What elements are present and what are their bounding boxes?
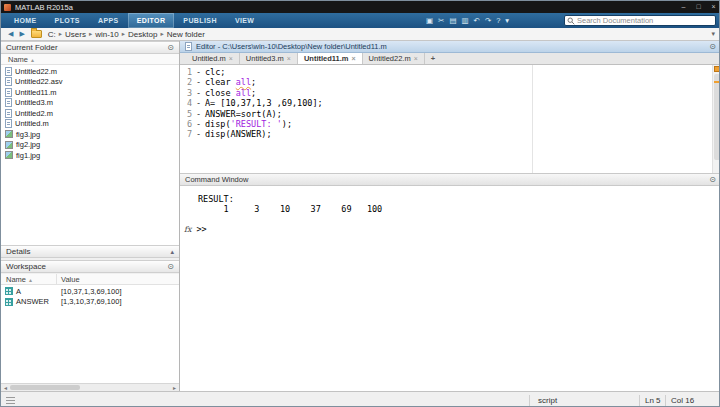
panel-menu-icon[interactable]: ⊙	[167, 44, 174, 52]
panel-menu-icon[interactable]: ⊙	[167, 263, 174, 271]
ribbon-tab-plots[interactable]: PLOTS	[46, 13, 89, 28]
paste-icon[interactable]: ▥	[461, 17, 468, 25]
maximize-button[interactable]: □	[691, 1, 706, 13]
undo-icon[interactable]: ↶	[474, 17, 480, 25]
minimize-button[interactable]: –	[676, 1, 691, 13]
documentation-search[interactable]	[564, 15, 716, 26]
command-window[interactable]: RESULT: 1 3 10 37 69 100 fx >>	[180, 186, 720, 391]
file-name: Untitled22.m	[15, 67, 57, 76]
ribbon-tab-editor[interactable]: EDITOR	[128, 13, 175, 28]
address-dropdown-icon[interactable]: ▾	[711, 30, 720, 38]
file-item[interactable]: Untitled3.m	[1, 98, 179, 109]
breadcrumb-item[interactable]: Users	[63, 30, 88, 39]
editor-tab-untitled11-m[interactable]: Untitled11.m×	[298, 53, 363, 64]
file-list: Untitled22.mUntitled22.asvUntitled11.mUn…	[1, 65, 179, 245]
breadcrumb-item[interactable]: win-10	[93, 30, 121, 39]
workspace-variable-row[interactable]: A[10,37,1,3,69,100]	[1, 286, 179, 297]
line-number: 2	[180, 77, 192, 87]
workspace-horizontal-scrollbar[interactable]: ◂ ▸	[1, 383, 179, 391]
code-line[interactable]: 7-disp(ANSWER);	[180, 129, 712, 139]
command-prompt[interactable]: >>	[196, 224, 206, 234]
forward-icon[interactable]: ▶	[16, 30, 27, 38]
help-icon[interactable]: ?	[496, 17, 500, 25]
breadcrumb-item[interactable]: C:	[46, 30, 58, 39]
scroll-right-icon[interactable]: ▸	[170, 384, 179, 391]
scrollbar-thumb[interactable]	[10, 385, 80, 390]
file-name: Untitled22.asv	[15, 77, 63, 86]
code-line[interactable]: 1-clc;	[180, 67, 712, 77]
panel-menu-icon[interactable]: ⊙	[709, 176, 716, 184]
fx-icon[interactable]: fx	[184, 225, 191, 234]
close-tab-icon[interactable]: ×	[229, 55, 233, 62]
ribbon-tab-publish[interactable]: PUBLISH	[174, 13, 226, 28]
file-item[interactable]: Untitled22.asv	[1, 77, 179, 88]
code-line[interactable]: 3-close all;	[180, 88, 712, 98]
file-item[interactable]: Untitled22.m	[1, 66, 179, 77]
file-item[interactable]: fig3.jpg	[1, 129, 179, 140]
code-analyzer-indicator[interactable]	[714, 66, 720, 72]
editor-tab-label: Untitled22.m	[369, 54, 411, 63]
code-line[interactable]: 4-A= [10,37,1,3 ,69,100];	[180, 98, 712, 108]
ribbon-tab-home[interactable]: HOME	[5, 13, 46, 28]
browse-folder-icon[interactable]	[31, 30, 42, 38]
ribbon-tab-view[interactable]: VIEW	[226, 13, 264, 28]
line-number: 1	[180, 67, 192, 77]
line-number: 6	[180, 119, 192, 129]
details-header[interactable]: Details ▴	[1, 245, 179, 258]
current-folder-title: Current Folder	[6, 43, 58, 52]
copy-icon[interactable]: ▤	[449, 17, 456, 25]
breadcrumb-item[interactable]: New folder	[165, 30, 207, 39]
scroll-left-icon[interactable]: ◂	[1, 384, 10, 391]
variable-value: [1,3,10,37,69,100]	[57, 297, 121, 306]
script-file-icon	[5, 88, 12, 97]
scrollbar-thumb[interactable]	[714, 74, 720, 160]
editor-tab-untitled-m[interactable]: Untitled.m×	[186, 53, 240, 64]
file-item[interactable]: Untitled11.m	[1, 87, 179, 98]
collapse-icon[interactable]: ▴	[170, 248, 174, 256]
back-icon[interactable]: ◀	[5, 30, 16, 38]
status-left-icon[interactable]	[6, 397, 15, 404]
window-titlebar: MATLAB R2015a – □ ×	[1, 1, 720, 13]
image-file-icon	[5, 141, 13, 149]
workspace-column-header[interactable]: Name ▴ Value	[1, 274, 179, 285]
panel-menu-icon[interactable]: ⊙	[709, 43, 716, 51]
redo-icon[interactable]: ↷	[485, 17, 491, 25]
close-button[interactable]: ×	[706, 1, 720, 13]
file-list-column-header[interactable]: Name ▴	[1, 54, 179, 65]
command-window-title: Command Window	[185, 175, 248, 184]
code-line[interactable]: 6-disp('RESULT: ');	[180, 119, 712, 129]
name-column-label: Name	[8, 55, 28, 64]
editor-scrollbar[interactable]	[712, 65, 720, 173]
workspace-value-column[interactable]: Value	[57, 275, 80, 284]
file-item[interactable]: fig2.jpg	[1, 140, 179, 151]
editor-tab-untitled22-m[interactable]: Untitled22.m×	[363, 53, 425, 64]
workspace-name-column[interactable]: Name ▴	[1, 274, 57, 284]
workspace-variable-row[interactable]: ANSWER[1,3,10,37,69,100]	[1, 297, 179, 308]
close-tab-icon[interactable]: ×	[414, 55, 418, 62]
save-icon[interactable]: ▣	[426, 17, 433, 25]
editor-titlebar[interactable]: Editor - C:\Users\win-10\Desktop\New fol…	[180, 41, 720, 53]
toolbar-dropdown-icon[interactable]: ▾	[505, 17, 509, 25]
documentation-search-input[interactable]	[575, 16, 713, 25]
file-item[interactable]: Untitled2.m	[1, 108, 179, 119]
ribbon-tab-apps[interactable]: APPS	[89, 13, 128, 28]
editor-tab-untitled3-m[interactable]: Untitled3.m×	[240, 53, 298, 64]
script-file-icon	[5, 77, 12, 86]
execution-marker: -	[192, 119, 205, 129]
file-item[interactable]: Untitled.m	[1, 119, 179, 130]
script-file-icon	[5, 67, 12, 76]
code-editor[interactable]: 1-clc;2-clear all;3-close all;4-A= [10,3…	[180, 65, 720, 173]
code-line[interactable]: 5-ANSWER=sort(A);	[180, 109, 712, 119]
close-tab-icon[interactable]: ×	[287, 55, 291, 62]
status-bar: script Ln 5 Col 16	[1, 391, 720, 407]
line-indicator: Ln 5	[645, 396, 661, 405]
breadcrumb-item[interactable]: Desktop	[126, 30, 159, 39]
new-tab-button[interactable]: +	[425, 53, 441, 64]
close-tab-icon[interactable]: ×	[351, 55, 355, 62]
code-line[interactable]: 2-clear all;	[180, 77, 712, 87]
matlab-window: MATLAB R2015a – □ × HOMEPLOTSAPPSEDITORP…	[0, 0, 720, 407]
cut-icon[interactable]: ✂	[438, 17, 444, 25]
file-item[interactable]: fig1.jpg	[1, 150, 179, 161]
warning-marker[interactable]	[714, 81, 720, 83]
command-window-titlebar[interactable]: Command Window ⊙	[180, 173, 720, 186]
